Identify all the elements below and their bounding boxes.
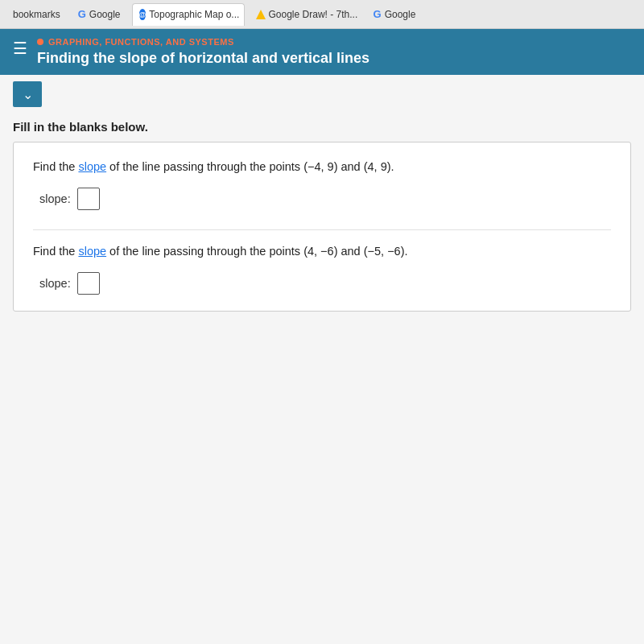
tab-topographic[interactable]: @ Topographic Map o... (132, 3, 245, 26)
tab-bookmarks-label: bookmarks (13, 9, 60, 20)
q1-slope-link[interactable]: slope (78, 160, 106, 173)
question-1-section: Find the slope of the line passing throu… (33, 159, 611, 210)
main-area: Fill in the blanks below. Find the slope… (0, 114, 644, 324)
google-g-icon-2: G (374, 8, 382, 20)
tab-google1[interactable]: G Google (72, 3, 127, 26)
q2-slope-input[interactable] (77, 272, 100, 295)
q2-slope-label: slope: (39, 277, 71, 290)
q2-after-link: of the line passing through the points (… (106, 245, 407, 258)
question-2-section: Find the slope of the line passing throu… (33, 243, 611, 295)
category-dot (37, 39, 43, 45)
google-g-icon: G (78, 8, 86, 20)
fill-blanks-instruction: Fill in the blanks below. (13, 120, 631, 134)
q2-before-link: Find the (33, 245, 78, 258)
q1-slope-input[interactable] (77, 188, 100, 210)
nav-header-text: GRAPHING, FUNCTIONS, AND SYSTEMS Finding… (37, 37, 369, 67)
nav-title: Finding the slope of horizontal and vert… (37, 50, 369, 67)
tab-google2-label: Google (385, 9, 416, 20)
tab-google2[interactable]: G Google (367, 3, 423, 26)
q1-before-link: Find the (33, 160, 78, 173)
question-1-text: Find the slope of the line passing throu… (33, 159, 611, 176)
q1-after-link: of the line passing through the points (… (106, 160, 394, 173)
nav-category-label: GRAPHING, FUNCTIONS, AND SYSTEMS (48, 37, 234, 47)
q1-slope-label: slope: (39, 192, 71, 205)
question-2-text: Find the slope of the line passing throu… (33, 243, 611, 261)
chevron-down-icon: ⌄ (23, 87, 33, 102)
q1-slope-row: slope: (33, 188, 611, 210)
q2-slope-row: slope: (33, 272, 611, 295)
tab-google-draw-label: Google Draw! - 7th... (269, 9, 358, 20)
triangle-icon (256, 10, 266, 19)
at-icon: @ (139, 9, 147, 20)
hamburger-icon[interactable]: ☰ (13, 39, 27, 58)
tab-topographic-label: Topographic Map o... (149, 9, 239, 20)
dropdown-btn-container: ⌄ (0, 75, 644, 114)
page-content: ☰ GRAPHING, FUNCTIONS, AND SYSTEMS Findi… (0, 29, 644, 644)
dropdown-button[interactable]: ⌄ (13, 81, 42, 107)
tab-bookmarks[interactable]: bookmarks (6, 3, 67, 26)
nav-header: ☰ GRAPHING, FUNCTIONS, AND SYSTEMS Findi… (0, 29, 644, 75)
tab-google-draw[interactable]: Google Draw! - 7th... (250, 3, 362, 26)
q2-slope-link[interactable]: slope (78, 245, 106, 258)
tab-google1-label: Google (89, 9, 121, 20)
browser-tab-bar: bookmarks G Google @ Topographic Map o..… (0, 0, 644, 29)
nav-category: GRAPHING, FUNCTIONS, AND SYSTEMS (37, 37, 369, 47)
section-divider (33, 229, 611, 230)
question-box: Find the slope of the line passing throu… (13, 142, 631, 312)
